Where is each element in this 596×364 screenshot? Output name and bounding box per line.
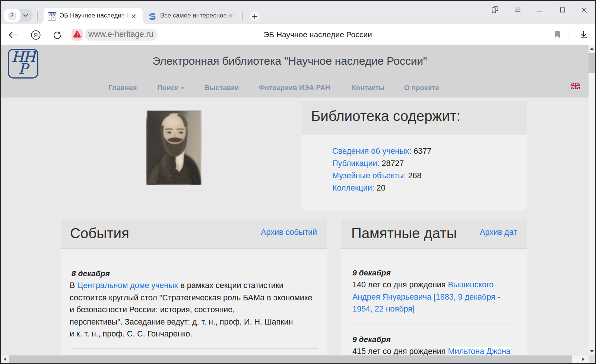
stat-publications-link[interactable]: Публикации: [332, 159, 380, 168]
horizontal-scrollbar-thumb[interactable] [9, 355, 572, 363]
yandex-icon[interactable]: Я [31, 30, 41, 40]
event-text-line: В Центральном доме ученых в рамках секци… [70, 281, 283, 290]
close-window-icon[interactable] [579, 5, 589, 15]
event-text-line: перспективы". Заседание ведут: д. т. н.,… [70, 317, 293, 327]
stat-museum-objects-link[interactable]: Музейные объекты: [332, 171, 406, 180]
caret-down-icon [181, 87, 184, 89]
web-page: НН Р Электронная библиотека "Научное нас… [1, 45, 589, 355]
nav-contacts[interactable]: Контакты [352, 84, 385, 92]
stats-panel-heading: Библиотека содержит: [302, 102, 527, 135]
stats-panel: Библиотека содержит: Сведения об ученых:… [302, 102, 527, 210]
events-panel-title: События [70, 225, 129, 242]
stats-panel-title: Библиотека содержит: [311, 108, 460, 124]
nav-search[interactable]: Поиск [157, 84, 184, 92]
vertical-scrollbar[interactable] [589, 45, 595, 355]
nav-about[interactable]: О проекте [404, 84, 439, 92]
event-text-line: состоится круглый стол "Стратегическая р… [70, 293, 312, 303]
date-entry2-line: 415 лет со дня рождения Мильтона Джона [352, 347, 511, 355]
side-panel-icon[interactable] [489, 5, 500, 15]
text-span: состоится круглый стол "Стратегическая р… [70, 293, 312, 302]
svg-text:Я: Я [34, 32, 38, 38]
maximize-icon[interactable] [557, 5, 568, 15]
active-tab-content[interactable]: НН Р ЭБ Научное наследие Р [44, 8, 143, 25]
stat-publications: Публикации: 28727 [332, 159, 404, 168]
stat-collections: Коллекции: 20 [332, 183, 386, 193]
reload-icon[interactable] [53, 30, 62, 40]
tab-favicon-s-icon [148, 12, 156, 20]
events-archive-link[interactable]: Архив событий [261, 228, 317, 237]
dates-panel-heading: Памятные даты Архив дат [341, 220, 527, 249]
bookmark-icon[interactable] [554, 31, 560, 38]
event-date: 8 декабря [72, 269, 110, 278]
page-title-in-addressbar: ЭБ Научное наследие России [263, 30, 372, 39]
scroll-down-arrow-icon[interactable] [590, 350, 594, 352]
scroll-up-arrow-icon[interactable] [590, 48, 594, 50]
uk-flag-icon[interactable] [571, 83, 580, 89]
inline-link[interactable]: Центральном доме ученых [77, 281, 178, 290]
minimize-icon[interactable] [535, 5, 545, 15]
horizontal-scrollbar[interactable] [1, 355, 589, 363]
stat-scientists-link[interactable]: Сведения об ученых: [332, 147, 411, 156]
dates-divider [352, 323, 515, 323]
inline-link[interactable]: Вышинского [448, 280, 494, 289]
tab-close-icon[interactable] [131, 14, 136, 19]
stat-scientists: Сведения об ученых: 6377 [332, 147, 431, 156]
date-entry1-line: 140 лет со дня рождения Вышинского [352, 280, 494, 290]
active-tab-title: ЭБ Научное наследие Р [60, 12, 129, 19]
text-span: В [70, 281, 77, 290]
new-tab-button[interactable] [250, 12, 260, 21]
download-icon[interactable] [580, 31, 588, 39]
scroll-left-arrow-icon[interactable] [4, 357, 6, 361]
date-entry1-line: 1954, 22 ноября] [352, 304, 415, 314]
nav-exhibitions[interactable]: Выставки [205, 84, 239, 92]
tab-favicon-nnr-icon: НН Р [48, 12, 56, 20]
url-field[interactable]: www.e-heritage.ru [85, 29, 158, 41]
nav-home[interactable]: Главная [108, 84, 137, 92]
scientist-portrait-photo [146, 110, 202, 185]
browser-window: 2 НН Р ЭБ Научное наследие Р [0, 0, 596, 364]
security-warning-badge[interactable] [72, 29, 83, 41]
address-bar: Я www.e-heritage.ru ЭБ Научное наследие … [1, 24, 595, 45]
stat-collections-link[interactable]: Коллекции: [332, 183, 374, 192]
inline-link[interactable]: Мильтона Джона [448, 347, 510, 355]
dates-archive-link[interactable]: Архив дат [480, 228, 517, 237]
events-divider [72, 348, 318, 349]
memorable-dates-panel: Памятные даты Архив дат 9 декабря 140 ле… [341, 220, 527, 355]
site-logo[interactable]: НН Р [8, 49, 38, 79]
site-header: НН Р Электронная библиотека "Научное нас… [1, 45, 589, 98]
scrollbar-corner [589, 355, 595, 363]
dates-panel-title: Памятные даты [351, 225, 457, 242]
inline-link[interactable]: Андрея Януарьевича [1883, 9 декабря - [352, 293, 500, 301]
vertical-scrollbar-thumb[interactable] [589, 53, 595, 73]
date-entry2-date: 9 декабря [352, 335, 391, 344]
date-entry1-date: 9 декабря [352, 268, 391, 277]
url-text: www.e-heritage.ru [88, 29, 153, 39]
date-entry1-line: Андрея Януарьевича [1883, 9 декабря - [352, 293, 500, 302]
text-span: 415 лет со дня рождения [352, 347, 448, 355]
event-text-line: и безопасности России: история, состояни… [70, 305, 235, 314]
events-panel-heading: События Архив событий [61, 220, 327, 249]
text-span: и безопасности России: история, состояни… [70, 305, 235, 314]
text-span: в рамках секции статистики [178, 281, 283, 290]
text-span: перспективы". Заседание ведут: д. т. н.,… [70, 317, 293, 326]
text-span: 140 лет со дня рождения [352, 280, 448, 289]
tab-strip: 2 НН Р ЭБ Научное наследие Р [1, 1, 595, 24]
background-tab[interactable]: Все самое интересное из [145, 8, 239, 25]
background-tab-title: Все самое интересное из [160, 12, 238, 19]
events-panel: События Архив событий 8 декабря В Центра… [61, 220, 327, 355]
menu-icon[interactable] [513, 5, 523, 15]
logo-line2: Р [9, 61, 37, 77]
warning-triangle-icon [73, 31, 81, 38]
event-text-line: и к. т. н., проф. С. С. Гончаренко. [70, 329, 192, 339]
tabstrip-divider-2 [242, 12, 243, 21]
plus-icon [252, 14, 257, 19]
addressbar-divider [570, 30, 570, 39]
scroll-right-arrow-icon[interactable] [582, 357, 584, 361]
inline-link[interactable]: 1954, 22 ноября] [352, 304, 415, 313]
stat-museum-objects: Музейные объекты: 268 [332, 171, 421, 181]
text-span: и к. т. н., проф. С. С. Гончаренко. [70, 329, 192, 338]
nav-photoarchive[interactable]: Фотоархив ИЭА РАН [259, 84, 330, 92]
site-title: Электронная библиотека "Научное наследие… [152, 55, 427, 67]
back-icon[interactable] [9, 31, 18, 39]
